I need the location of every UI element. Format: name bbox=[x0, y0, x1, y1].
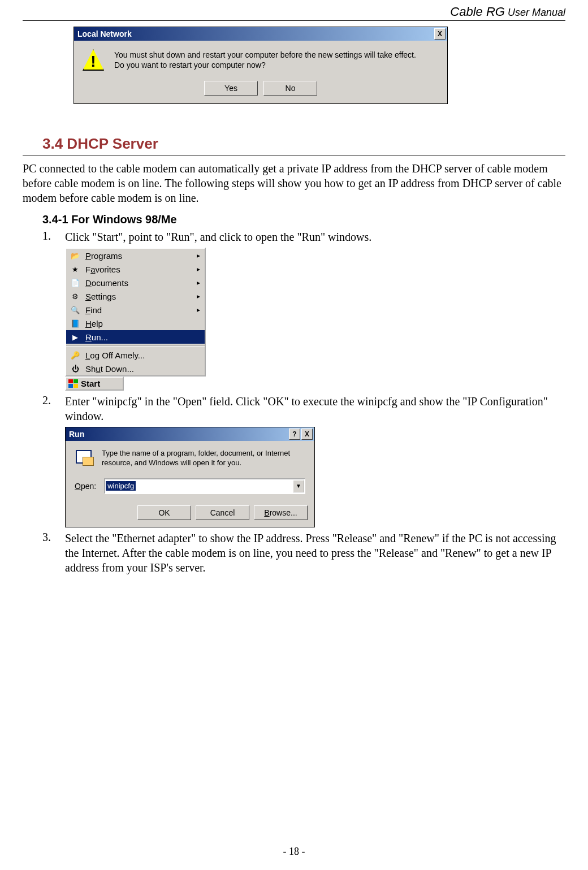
dialog-line2: Do you want to restart your computer now… bbox=[114, 60, 416, 70]
menu-item-label: Help bbox=[85, 319, 103, 328]
step-text: Click "Start", point to "Run", and click… bbox=[65, 230, 565, 244]
dialog-line1: You must shut down and restart your comp… bbox=[114, 50, 416, 59]
menu-item-icon: 📘 bbox=[70, 318, 81, 328]
ok-button[interactable]: OK bbox=[137, 505, 191, 520]
svg-rect-1 bbox=[74, 379, 78, 383]
open-label: Open: bbox=[75, 482, 96, 491]
cancel-button[interactable]: Cancel bbox=[196, 505, 249, 520]
start-menu-item[interactable]: ★Favorites bbox=[66, 262, 205, 276]
header-user: User Manual bbox=[505, 7, 565, 18]
menu-item-label: Documents bbox=[85, 278, 128, 288]
dialog-message: You must shut down and restart your comp… bbox=[114, 49, 416, 71]
start-menu-item[interactable]: ▶Run... bbox=[66, 330, 205, 344]
local-network-dialog: Local Network X ! You must shut down and… bbox=[74, 27, 448, 104]
step-number: 3. bbox=[42, 531, 65, 575]
close-button[interactable]: X bbox=[301, 428, 313, 440]
step-number: 2. bbox=[42, 394, 65, 423]
start-menu-item[interactable]: ⚙Settings bbox=[66, 289, 205, 303]
page-footer: - 18 - bbox=[0, 846, 588, 858]
section-heading: 3.4 DHCP Server bbox=[42, 135, 565, 153]
start-menu-item[interactable]: 📂Programs bbox=[66, 249, 205, 262]
menu-item-icon: ⏻ bbox=[70, 363, 81, 374]
close-button[interactable]: X bbox=[434, 28, 446, 40]
step-text: Select the "Ethernet adapter" to show th… bbox=[65, 531, 565, 575]
menu-item-icon: 📄 bbox=[70, 278, 81, 288]
run-icon bbox=[75, 449, 94, 466]
subsection-heading: 3.4-1 For Windows 98/Me bbox=[42, 213, 565, 226]
menu-item-label: Log Off Amely... bbox=[85, 350, 145, 360]
start-label: Start bbox=[81, 379, 100, 388]
open-combobox[interactable]: winipcfg ▼ bbox=[104, 478, 305, 494]
no-button[interactable]: No bbox=[263, 81, 317, 96]
run-title: Run bbox=[69, 430, 84, 439]
menu-item-label: Shut Down... bbox=[85, 364, 134, 374]
start-button[interactable]: Start bbox=[65, 376, 124, 391]
run-dialog: Run ? X Type the name of a program, fold… bbox=[65, 427, 315, 527]
dialog-titlebar: Local Network X bbox=[74, 27, 447, 41]
menu-separator bbox=[66, 345, 205, 347]
menu-item-icon: ★ bbox=[70, 264, 81, 274]
menu-item-icon: 🔍 bbox=[70, 305, 81, 315]
run-description: Type the name of a program, folder, docu… bbox=[102, 449, 305, 468]
svg-rect-3 bbox=[74, 384, 78, 388]
open-value: winipcfg bbox=[106, 481, 136, 491]
section-rule bbox=[23, 155, 565, 155]
help-button[interactable]: ? bbox=[289, 428, 300, 440]
menu-item-label: Run... bbox=[85, 332, 108, 342]
menu-item-icon: ▶ bbox=[70, 332, 81, 342]
start-menu-item[interactable]: 📄Documents bbox=[66, 276, 205, 289]
menu-item-label: Find bbox=[85, 305, 102, 315]
menu-item-label: Programs bbox=[85, 251, 122, 261]
svg-rect-2 bbox=[68, 384, 73, 388]
start-menu-item[interactable]: 📘Help bbox=[66, 317, 205, 330]
dialog-title: Local Network bbox=[77, 29, 132, 38]
menu-item-label: Favorites bbox=[85, 265, 120, 274]
windows-flag-icon bbox=[68, 379, 79, 388]
step-1: 1. Click "Start", point to "Run", and cl… bbox=[42, 230, 565, 244]
warning-icon: ! bbox=[83, 49, 104, 71]
section-paragraph: PC connected to the cable modem can auto… bbox=[23, 161, 565, 205]
yes-button[interactable]: Yes bbox=[204, 81, 258, 96]
step-number: 1. bbox=[42, 230, 65, 244]
menu-item-icon: 🔑 bbox=[70, 350, 81, 360]
page-header: Cable RG User Manual bbox=[23, 5, 565, 21]
menu-item-icon: 📂 bbox=[70, 250, 81, 261]
run-titlebar: Run ? X bbox=[66, 427, 314, 441]
menu-item-label: Settings bbox=[85, 292, 116, 301]
step-text: Enter "winipcfg" in the "Open" field. Cl… bbox=[65, 394, 565, 423]
start-menu: 📂Programs★Favorites📄Documents⚙Settings🔍F… bbox=[65, 248, 206, 376]
browse-button[interactable]: Browse... bbox=[254, 505, 308, 520]
start-menu-item[interactable]: ⏻Shut Down... bbox=[66, 362, 205, 375]
svg-rect-0 bbox=[68, 379, 73, 383]
start-menu-item[interactable]: 🔍Find bbox=[66, 303, 205, 317]
header-cable: Cable RG bbox=[450, 5, 505, 19]
step-3: 3. Select the "Ethernet adapter" to show… bbox=[42, 531, 565, 575]
dropdown-arrow-icon[interactable]: ▼ bbox=[293, 480, 304, 492]
menu-item-icon: ⚙ bbox=[70, 291, 81, 301]
step-2: 2. Enter "winipcfg" in the "Open" field.… bbox=[42, 394, 565, 423]
start-menu-item[interactable]: 🔑Log Off Amely... bbox=[66, 348, 205, 362]
